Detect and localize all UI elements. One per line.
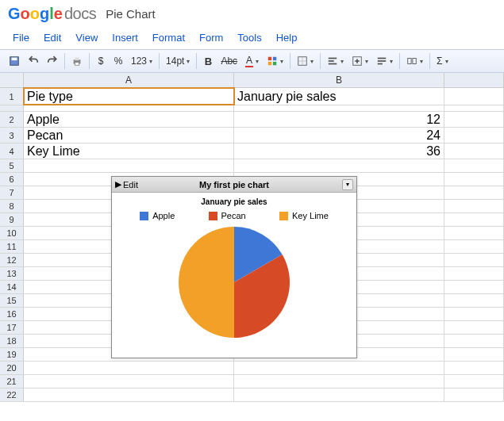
fill-color-button[interactable] [263,52,287,70]
cell-a5[interactable] [24,159,234,172]
text-color-button[interactable]: A [241,52,263,70]
cell-b2[interactable]: 12 [234,112,444,127]
chart-menu-button[interactable]: ▾ [342,179,353,190]
column-header-b[interactable]: B [234,73,444,87]
cell-b3[interactable]: 24 [234,128,444,143]
cell-b22[interactable] [234,388,444,401]
cell-b21[interactable] [234,375,444,388]
cell-a1[interactable]: Pie type [24,88,234,105]
menu-help[interactable]: Help [270,29,304,46]
svg-rect-6 [273,57,276,60]
cell-b4[interactable]: 36 [234,144,444,159]
cell-a3[interactable]: Pecan [24,128,234,143]
cell-c2[interactable] [444,112,504,127]
cell-a21[interactable] [24,375,234,388]
strikethrough-button[interactable]: Abc [217,52,241,70]
cell-c19[interactable] [444,348,504,361]
row-header-16[interactable]: 16 [0,308,24,320]
bold-button[interactable]: B [199,52,217,70]
format-currency-button[interactable]: $ [92,52,110,70]
cell-c21[interactable] [444,375,504,388]
pie-chart [112,224,356,338]
cell-b20[interactable] [234,362,444,374]
cell-c3[interactable] [444,128,504,143]
menu-file[interactable]: File [6,29,36,46]
row-header-14[interactable]: 14 [0,281,24,293]
more-formats-button[interactable]: 123 [127,52,156,70]
chart-edit-button[interactable]: ▶Edit [115,179,138,189]
cell-c6[interactable] [444,173,504,186]
row-header-2[interactable]: 2 [0,112,24,127]
format-percent-button[interactable]: % [110,52,127,70]
cell-c5[interactable] [444,159,504,172]
cell-c9[interactable] [444,213,504,226]
document-title[interactable]: Pie Chart [106,7,156,21]
undo-button[interactable] [24,52,43,70]
align-button[interactable] [323,52,348,70]
row-header-1[interactable]: 1 [0,88,24,105]
row-header-11[interactable]: 11 [0,240,24,253]
column-header-a[interactable]: A [24,73,234,87]
cell-a22[interactable] [24,388,234,401]
menu-view[interactable]: View [69,29,104,46]
cell-c15[interactable] [444,294,504,307]
cell-c11[interactable] [444,240,504,253]
cell-c22[interactable] [444,388,504,401]
row-header-19[interactable]: 19 [0,348,24,361]
row-header-13[interactable]: 13 [0,267,24,280]
menu-format[interactable]: Format [146,29,191,46]
row-header-12[interactable]: 12 [0,254,24,266]
row-header-3[interactable]: 3 [0,128,24,143]
row-header-5[interactable]: 5 [0,159,24,172]
cell-b5[interactable] [234,159,444,172]
menu-form[interactable]: Form [193,29,229,46]
cell-c17[interactable] [444,321,504,334]
row-header-18[interactable]: 18 [0,335,24,347]
column-header-c[interactable] [444,73,504,87]
row-4: 4 Key Lime 36 [0,144,504,159]
cell-c1[interactable] [444,88,504,105]
cell-c20[interactable] [444,362,504,374]
menu-tools[interactable]: Tools [231,29,267,46]
row-header-15[interactable]: 15 [0,294,24,307]
chart-widget[interactable]: ▶Edit My first pie chart ▾ January pie s… [111,176,357,358]
cell-c14[interactable] [444,281,504,293]
cell-a4[interactable]: Key Lime [24,144,234,159]
menu-edit[interactable]: Edit [37,29,67,46]
row-21: 21 [0,375,504,388]
save-button[interactable] [5,52,24,70]
merge-button[interactable] [402,52,427,70]
functions-button[interactable]: Σ [433,52,452,70]
row-header-17[interactable]: 17 [0,321,24,334]
wrap-button[interactable] [372,52,397,70]
insert-button[interactable] [348,52,372,70]
row-header-22[interactable]: 22 [0,388,24,401]
cell-b1[interactable]: January pie sales [234,88,444,105]
menu-insert[interactable]: Insert [106,29,144,46]
row-header-21[interactable]: 21 [0,375,24,388]
cell-c4[interactable] [444,144,504,159]
cell-c16[interactable] [444,308,504,320]
cell-c7[interactable] [444,186,504,199]
row-header-10[interactable]: 10 [0,227,24,239]
font-size-select[interactable]: 14pt [162,52,194,70]
chart-header[interactable]: ▶Edit My first pie chart ▾ [112,177,356,193]
cell-c18[interactable] [444,335,504,347]
row-header-9[interactable]: 9 [0,213,24,226]
row-header-4[interactable]: 4 [0,144,24,159]
cell-c12[interactable] [444,254,504,266]
print-button[interactable] [67,52,87,70]
cell-c8[interactable] [444,200,504,212]
cell-a20[interactable] [24,362,234,374]
spreadsheet-area: A B 1 Pie type January pie sales 2 Apple… [0,73,504,402]
row-header-7[interactable]: 7 [0,186,24,199]
cell-c10[interactable] [444,227,504,239]
select-all-corner[interactable] [0,73,24,87]
redo-button[interactable] [43,52,62,70]
row-header-8[interactable]: 8 [0,200,24,212]
row-header-20[interactable]: 20 [0,362,24,374]
cell-a2[interactable]: Apple [24,112,234,127]
cell-c13[interactable] [444,267,504,280]
borders-button[interactable] [293,52,317,70]
row-header-6[interactable]: 6 [0,173,24,186]
